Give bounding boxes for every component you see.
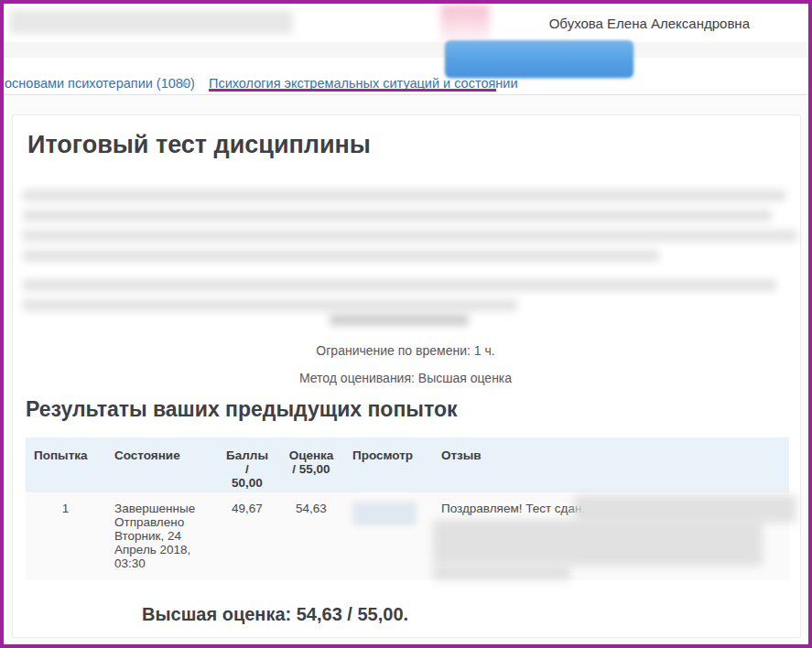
- redacted-feedback-text: [433, 566, 570, 580]
- results-heading: Результаты ваших предыдущих попыток: [26, 397, 457, 422]
- cell-state: Завершенные Отправлено Вторник, 24 Апрел…: [105, 492, 215, 580]
- time-limit-text: Ограничение по времени: 1 ч.: [12, 343, 799, 358]
- col-header-state: Состояние: [105, 437, 215, 492]
- redacted-nav-menu: [9, 10, 293, 34]
- col-header-grade: Оценка / 55,00: [279, 437, 343, 492]
- redacted-text-line: [23, 210, 772, 221]
- col-header-attempt: Попытка: [26, 437, 105, 492]
- breadcrumb-link-course[interactable]: основами психотерапии (1080): [5, 76, 195, 91]
- page-title: Итоговый тест дисциплины: [27, 131, 371, 159]
- cell-marks: 49,67: [215, 492, 279, 580]
- grading-method-text: Метод оценивания: Высшая оценка: [12, 371, 799, 385]
- quiz-page: Обухова Елена Александровна основами пси…: [0, 0, 812, 648]
- col-header-grade-label: Оценка: [279, 448, 343, 462]
- redacted-feedback-text: [433, 520, 763, 566]
- col-header-marks: Баллы / 50,00: [215, 437, 279, 492]
- user-name: Обухова Елена Александровна: [549, 16, 750, 31]
- col-header-marks-label: Баллы: [215, 448, 279, 462]
- redacted-text-line: [330, 314, 469, 326]
- cell-attempt-number: 1: [26, 492, 105, 580]
- redacted-button[interactable]: [445, 40, 633, 78]
- redacted-text-line: [23, 279, 776, 291]
- redacted-review-link[interactable]: [352, 502, 417, 525]
- highest-grade-summary: Высшая оценка: 54,63 / 55,00.: [142, 604, 408, 625]
- redacted-notification-badge: [440, 5, 490, 40]
- col-header-marks-max: / 50,00: [215, 462, 279, 490]
- redacted-text-line: [23, 250, 659, 262]
- redacted-text-line: [23, 299, 517, 311]
- redacted-feedback-text: [574, 495, 796, 523]
- secondary-nav-bar: [4, 42, 808, 58]
- col-header-review: Просмотр: [343, 437, 430, 492]
- attempt-submitted: Отправлено Вторник, 24 Апрель 2018, 03:3…: [114, 515, 208, 570]
- col-header-grade-max: / 55,00: [279, 462, 343, 476]
- col-header-feedback: Отзыв: [430, 437, 789, 492]
- redacted-text-line: [23, 189, 785, 201]
- attempt-state: Завершенные: [114, 502, 208, 515]
- cell-grade: 54,63: [279, 492, 343, 580]
- table-header-row: Попытка Состояние Баллы / 50,00 Оценка /…: [26, 437, 789, 492]
- redacted-text-line: [23, 230, 797, 242]
- breadcrumb-separator-icon: ►: [180, 78, 190, 89]
- annotation-underline: [209, 89, 496, 92]
